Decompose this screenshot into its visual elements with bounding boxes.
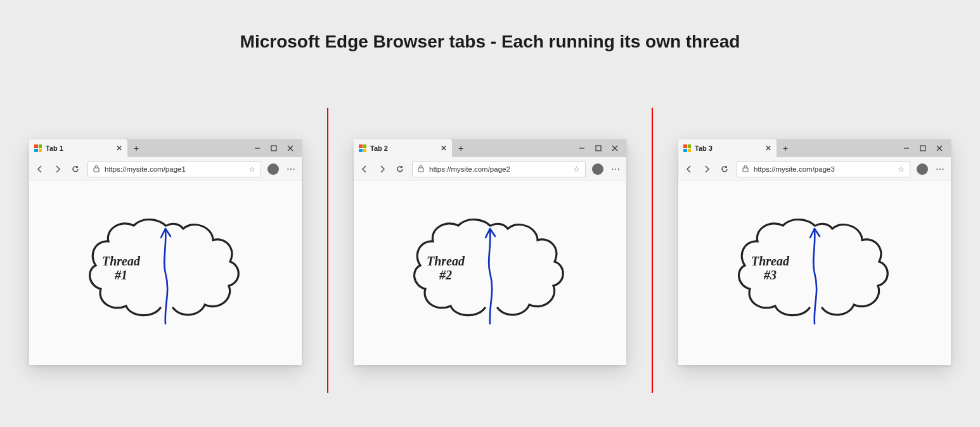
thread-cloud-illustration <box>70 203 261 343</box>
svg-rect-11 <box>920 146 925 151</box>
thread-label: Thread#3 <box>751 254 789 282</box>
favicon-icon <box>683 144 691 152</box>
favicon-icon <box>359 144 366 152</box>
refresh-icon[interactable] <box>719 163 730 175</box>
thread-cloud-illustration <box>719 203 910 343</box>
new-tab-button[interactable]: + <box>127 139 145 157</box>
window-controls <box>246 139 302 157</box>
close-window-icon[interactable] <box>936 144 943 152</box>
forward-icon[interactable] <box>377 163 388 175</box>
minimize-icon[interactable] <box>578 144 586 152</box>
back-icon[interactable] <box>34 163 46 175</box>
url-text: https://mysite.com/page2 <box>429 165 568 173</box>
svg-rect-9 <box>418 168 423 172</box>
maximize-icon[interactable] <box>919 144 927 152</box>
diagram-stage: Tab 1 ✕ + https://mysite.com/page1 ☆ ⋯ <box>0 108 980 393</box>
browser-tab[interactable]: Tab 3 ✕ <box>678 139 777 157</box>
thread-label: Thread#1 <box>102 254 140 282</box>
window-controls <box>571 139 626 157</box>
more-icon[interactable]: ⋯ <box>285 164 297 174</box>
close-tab-icon[interactable]: ✕ <box>765 144 771 152</box>
tab-title: Tab 3 <box>695 144 761 152</box>
svg-rect-6 <box>596 146 601 151</box>
favorite-icon[interactable]: ☆ <box>898 165 905 174</box>
thread-label: Thread#2 <box>427 254 465 282</box>
forward-icon[interactable] <box>701 163 712 175</box>
url-text: https://mysite.com/page1 <box>105 165 243 173</box>
favicon-icon <box>34 144 42 152</box>
browser-window-3: Tab 3 ✕ + https://mysite.com/page3 ☆ ⋯ <box>678 139 951 365</box>
more-icon[interactable]: ⋯ <box>934 164 946 174</box>
minimize-icon[interactable] <box>254 144 261 152</box>
tabstrip: Tab 2 ✕ + <box>354 139 571 157</box>
lock-icon <box>742 165 749 174</box>
divider <box>327 108 328 393</box>
address-bar[interactable]: https://mysite.com/page2 ☆ <box>412 161 586 177</box>
window-controls <box>895 139 951 157</box>
address-bar[interactable]: https://mysite.com/page3 ☆ <box>737 161 910 177</box>
tab-title: Tab 1 <box>46 144 112 152</box>
new-tab-button[interactable]: + <box>777 139 794 157</box>
refresh-icon[interactable] <box>394 163 406 175</box>
favorite-icon[interactable]: ☆ <box>248 165 255 174</box>
close-tab-icon[interactable]: ✕ <box>116 144 122 152</box>
svg-rect-1 <box>271 146 276 151</box>
browser-tab[interactable]: Tab 1 ✕ <box>29 139 127 157</box>
toolbar: https://mysite.com/page3 ☆ ⋯ <box>678 157 951 181</box>
profile-icon[interactable] <box>917 163 928 175</box>
close-window-icon[interactable] <box>287 144 294 152</box>
more-icon[interactable]: ⋯ <box>610 164 621 174</box>
profile-icon[interactable] <box>592 163 603 175</box>
close-tab-icon[interactable]: ✕ <box>441 144 447 152</box>
minimize-icon[interactable] <box>903 144 910 152</box>
profile-icon[interactable] <box>268 163 279 175</box>
maximize-icon[interactable] <box>270 144 278 152</box>
lock-icon <box>418 165 424 174</box>
address-bar[interactable]: https://mysite.com/page1 ☆ <box>87 161 261 177</box>
viewport: Thread#3 <box>678 181 951 365</box>
back-icon[interactable] <box>683 163 695 175</box>
viewport: Thread#2 <box>354 181 626 365</box>
tab-title: Tab 2 <box>370 144 437 152</box>
refresh-icon[interactable] <box>70 163 81 175</box>
browser-window-2: Tab 2 ✕ + https://mysite.com/page2 ☆ ⋯ <box>354 139 626 365</box>
titlebar: Tab 3 ✕ + <box>678 139 951 157</box>
divider <box>652 108 653 393</box>
forward-icon[interactable] <box>52 163 63 175</box>
viewport: Thread#1 <box>29 181 302 365</box>
titlebar: Tab 2 ✕ + <box>354 139 626 157</box>
new-tab-button[interactable]: + <box>452 139 470 157</box>
toolbar: https://mysite.com/page2 ☆ ⋯ <box>354 157 626 181</box>
diagram-title: Microsoft Edge Browser tabs - Each runni… <box>0 0 980 52</box>
browser-tab[interactable]: Tab 2 ✕ <box>354 139 452 157</box>
thread-cloud-illustration <box>395 203 585 343</box>
tabstrip: Tab 3 ✕ + <box>678 139 895 157</box>
titlebar: Tab 1 ✕ + <box>29 139 302 157</box>
tabstrip: Tab 1 ✕ + <box>29 139 246 157</box>
svg-rect-4 <box>94 168 99 172</box>
favorite-icon[interactable]: ☆ <box>573 165 580 174</box>
url-text: https://mysite.com/page3 <box>754 165 893 173</box>
svg-rect-14 <box>743 168 748 172</box>
close-window-icon[interactable] <box>611 144 619 152</box>
lock-icon <box>93 165 100 174</box>
maximize-icon[interactable] <box>595 144 602 152</box>
back-icon[interactable] <box>359 163 370 175</box>
browser-window-1: Tab 1 ✕ + https://mysite.com/page1 ☆ ⋯ <box>29 139 302 365</box>
toolbar: https://mysite.com/page1 ☆ ⋯ <box>29 157 302 181</box>
